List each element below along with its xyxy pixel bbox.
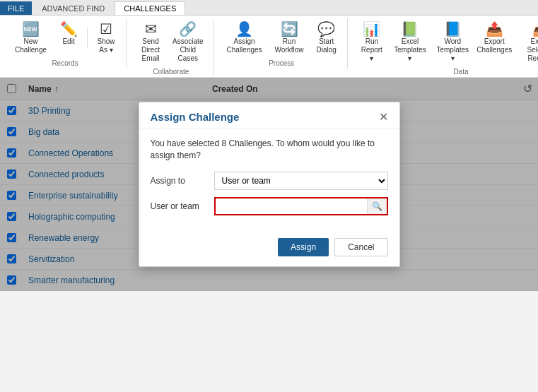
export-selected-button[interactable]: 📤 Export SelectedRecords — [516, 18, 538, 66]
show-as-icon: ☑ — [100, 22, 112, 36]
assign-button[interactable]: Assign — [278, 238, 329, 256]
modal-close-button[interactable]: ✕ — [379, 112, 388, 123]
assign-icon: 👤 — [235, 22, 253, 36]
modal-header: Assign Challenge ✕ — [139, 102, 399, 129]
excel-templates-button[interactable]: 📗 ExcelTemplates ▾ — [390, 18, 430, 66]
assign-to-control: User or team — [214, 172, 388, 190]
tab-advanced-find[interactable]: ADVANCED FIND — [33, 1, 114, 15]
new-challenge-icon: 🆕 — [22, 22, 40, 36]
assign-to-row: Assign to User or team — [151, 172, 388, 190]
modal-body: You have selected 8 Challenges. To whom … — [139, 129, 399, 231]
modal-description: You have selected 8 Challenges. To whom … — [151, 138, 388, 162]
user-search-wrapper: 🔍 — [214, 197, 388, 215]
tab-challenges[interactable]: CHALLENGES — [115, 1, 185, 15]
associate-icon: 🔗 — [179, 22, 197, 36]
word-templates-button[interactable]: 📘 WordTemplates ▾ — [433, 18, 472, 66]
ribbon-group-collaborate: ✉ Send DirectEmail 🔗 Associate ChildCase… — [129, 18, 213, 77]
dialog-icon: 💬 — [317, 22, 335, 36]
collaborate-group-label: Collaborate — [135, 68, 206, 77]
workflow-icon: 🔄 — [281, 22, 298, 36]
user-or-team-row: User or team 🔍 — [151, 197, 388, 215]
search-icon: 🔍 — [372, 201, 382, 211]
modal-overlay: Assign Challenge ✕ You have selected 8 C… — [0, 78, 538, 291]
report-icon: 📊 — [363, 22, 380, 36]
cancel-button[interactable]: Cancel — [334, 238, 387, 256]
email-icon: ✉ — [145, 22, 157, 36]
new-challenge-button[interactable]: 🆕 NewChallenge — [10, 18, 52, 58]
word-icon: 📘 — [444, 22, 462, 36]
ribbon: 🆕 NewChallenge ✏️ Edit ☑ ShowAs ▾ Record… — [0, 16, 538, 78]
records-group-label: Records — [10, 59, 120, 69]
user-search-button[interactable]: 🔍 — [367, 198, 387, 214]
ribbon-group-records: 🆕 NewChallenge ✏️ Edit ☑ ShowAs ▾ Record… — [4, 18, 127, 69]
modal-title: Assign Challenge — [151, 111, 240, 123]
export-selected-icon: 📤 — [532, 22, 538, 36]
data-group-label: Data — [356, 68, 538, 77]
start-dialog-button[interactable]: 💬 StartDialog — [312, 18, 341, 58]
user-or-team-input[interactable] — [216, 199, 367, 213]
send-direct-email-button[interactable]: ✉ Send DirectEmail — [135, 18, 166, 66]
modal-footer: Assign Cancel — [139, 231, 399, 266]
assign-to-select[interactable]: User or team — [214, 172, 388, 190]
tab-file[interactable]: FILE — [0, 1, 32, 15]
grid-area: Name ↑ Created On ↺ 3D Printing 10/11/20… — [0, 78, 538, 291]
user-or-team-label: User or team — [151, 201, 214, 211]
ribbon-divider — [87, 28, 88, 49]
ribbon-content: 🆕 NewChallenge ✏️ Edit ☑ ShowAs ▾ Record… — [4, 18, 534, 77]
run-workflow-button[interactable]: 🔄 RunWorkflow — [270, 18, 309, 58]
process-group-label: Process — [222, 59, 341, 69]
edit-button[interactable]: ✏️ Edit — [54, 18, 83, 49]
show-as-button[interactable]: ☑ ShowAs ▾ — [92, 18, 120, 58]
ribbon-group-process: 👤 AssignChallenges 🔄 RunWorkflow 💬 Start… — [216, 18, 348, 69]
run-report-button[interactable]: 📊 RunReport ▾ — [356, 18, 387, 66]
edit-icon: ✏️ — [60, 22, 78, 36]
user-or-team-control: 🔍 — [214, 197, 388, 215]
export-icon: 📤 — [486, 22, 503, 36]
assign-challenges-button[interactable]: 👤 AssignChallenges — [222, 18, 267, 58]
ribbon-group-data: 📊 RunReport ▾ 📗 ExcelTemplates ▾ 📘 WordT… — [351, 18, 538, 77]
excel-icon: 📗 — [401, 22, 419, 36]
associate-child-cases-button[interactable]: 🔗 Associate ChildCases — [169, 18, 207, 66]
assign-to-label: Assign to — [151, 176, 214, 186]
export-challenges-button[interactable]: 📤 ExportChallenges — [475, 18, 513, 58]
assign-challenge-modal: Assign Challenge ✕ You have selected 8 C… — [139, 102, 400, 267]
